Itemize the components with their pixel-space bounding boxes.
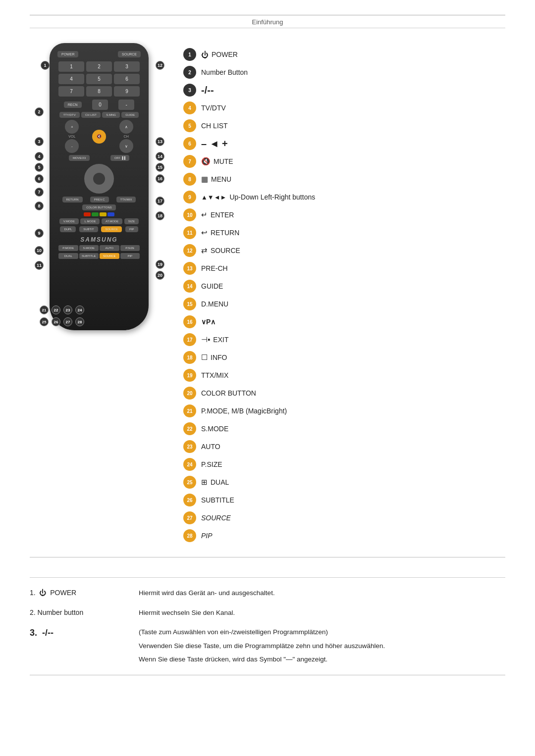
power-top-btn[interactable]: POWER <box>57 51 78 57</box>
smng-btn[interactable]: S.MNG <box>102 112 120 118</box>
num-btn-4[interactable]: 4 <box>58 74 84 84</box>
off-btn[interactable]: OFF ▐▐ <box>110 155 129 161</box>
label-row-20: 20 COLOR BUTTON <box>183 387 505 400</box>
color-dot-yellow[interactable] <box>100 212 107 216</box>
num-btn-2[interactable]: 2 <box>86 61 112 72</box>
badge-2: 2 <box>35 107 44 116</box>
label-text-10: ENTER <box>211 211 234 219</box>
num-btn-9[interactable]: 9 <box>114 86 140 97</box>
label-row-1: 1 ⏻ POWER <box>183 48 505 61</box>
source-icon: ⇄ <box>201 246 208 255</box>
psize-btn[interactable]: P.SIZE <box>120 245 140 251</box>
recn-btn[interactable]: RECN <box>64 101 82 108</box>
dupl-btn[interactable]: DUPL <box>60 226 76 232</box>
arrow-icons: ▲▼◄► <box>201 194 226 201</box>
vmode-btn[interactable]: V.MODE <box>59 218 79 224</box>
prev-btn[interactable]: PREV.C <box>90 197 109 202</box>
badge-11: 11 <box>35 261 44 270</box>
vol-dn-btn[interactable]: - <box>65 139 79 153</box>
label-text-12: SOURCE <box>211 247 240 254</box>
color-dot-red[interactable] <box>84 212 91 216</box>
badge-18: 18 <box>156 211 164 220</box>
desc-text-3b: Verwenden Sie diese Taste, um die Progra… <box>139 641 505 652</box>
subtit-btn[interactable]: SUBTIT <box>79 226 98 232</box>
label-row-12: 12 ⇄ SOURCE <box>183 244 505 257</box>
num-btn-5[interactable]: 5 <box>86 74 112 84</box>
label-row-22: 22 S.MODE <box>183 422 505 435</box>
move23-btn[interactable]: MOVE/23 <box>69 155 90 161</box>
desc-left-3: 3. -/-- <box>30 627 129 665</box>
samsung-brand: SAMSUNG <box>55 236 143 243</box>
remote-recn-row: RECN 0 - <box>55 100 143 110</box>
label-row-27: 27 SOURCE <box>183 511 505 524</box>
label-num-28: 28 <box>183 529 196 542</box>
label-text-27: SOURCE <box>201 514 231 522</box>
mute-btn[interactable]: 🔇 <box>92 130 106 144</box>
label-num-26: 26 <box>183 494 196 506</box>
num-btn-1[interactable]: 1 <box>58 61 84 72</box>
dual-btn[interactable]: DUAL <box>58 253 78 259</box>
remote-bottom-grid1: P.MODE S.MODE AUTO P.SIZE <box>58 245 140 251</box>
descriptions: 1. ⏻ POWER Hiermit wird das Gerät an- un… <box>30 577 505 665</box>
desc-left-1: 1. ⏻ POWER <box>30 588 129 599</box>
badge-16: 16 <box>156 174 164 183</box>
ttxmix-btn[interactable]: TTX/MIX <box>116 197 136 202</box>
color-dot-blue[interactable] <box>107 212 114 216</box>
lmode-btn[interactable]: L.MODE <box>80 218 100 224</box>
label-row-28: 28 PIP <box>183 529 505 542</box>
chlist-btn[interactable]: CH LIST <box>81 112 101 118</box>
ttydtv-btn[interactable]: TTY/DTV <box>59 112 80 118</box>
badge-4: 4 <box>35 152 44 161</box>
label-row-9: 9 ▲▼◄► Up-Down Left-Right buttons <box>183 191 505 203</box>
badge-9: 9 <box>35 229 44 238</box>
size-btn[interactable]: SIZE <box>124 218 139 224</box>
num-btn-dash[interactable]: - <box>118 100 134 110</box>
label-row-7: 7 🔇 MUTE <box>183 155 505 168</box>
pip-last-btn[interactable]: PIP <box>120 253 140 259</box>
label-row-13: 13 PRE-CH <box>183 262 505 275</box>
label-num-13: 13 <box>183 262 196 275</box>
source-top-btn[interactable]: SOURCE <box>118 51 141 57</box>
pip-btm-btn[interactable]: PIP <box>125 226 138 232</box>
dual-icon: ⊞ <box>201 478 208 487</box>
label-row-17: 17 ⊣▪ EXIT <box>183 333 505 346</box>
remote-vol-row: + VOL - 🔇 ∧ CH ∨ <box>55 120 143 153</box>
subtitle-btm-btn[interactable]: SUBTITLE <box>79 253 99 259</box>
num-btn-3[interactable]: 3 <box>114 61 140 72</box>
atmode-btn[interactable]: AT.MODE <box>102 218 122 224</box>
badge-14: 14 <box>156 152 164 161</box>
desc-row-3: 3. -/-- (Taste zum Auswählen von ein-/zw… <box>30 627 505 665</box>
ch-up-btn[interactable]: ∧ <box>119 120 133 134</box>
ch-dn-btn[interactable]: ∨ <box>119 139 133 153</box>
label-num-16: 16 <box>183 315 196 328</box>
desc-text-1: Hiermit wird das Gerät an- und ausgescha… <box>139 589 275 597</box>
badge-10: 10 <box>35 246 44 255</box>
page-container: Einführung POWER SOURCE 1 2 3 4 5 6 7 <box>0 0 535 705</box>
num-btn-0[interactable]: 0 <box>92 100 108 110</box>
label-num-17: 17 <box>183 333 196 346</box>
num-btn-8[interactable]: 8 <box>86 86 112 97</box>
label-num-19: 19 <box>183 369 196 382</box>
source-btm-btn[interactable]: SOURCE <box>101 226 122 232</box>
colorbtn-left[interactable]: COLOR BUTTONS <box>82 204 116 210</box>
label-num-9: 9 <box>183 191 196 203</box>
pmode-btn[interactable]: P.MODE <box>58 245 78 251</box>
badge-1: 1 <box>41 61 50 70</box>
remote-color-sec: COLOR BUTTONS <box>58 204 140 210</box>
guide-btn[interactable]: GUIDE <box>121 112 139 118</box>
remote-nav-inner[interactable] <box>93 173 105 185</box>
num-btn-6[interactable]: 6 <box>114 74 140 84</box>
label-row-25: 25 ⊞ DUAL <box>183 476 505 489</box>
label-text-9: Up-Down Left-Right buttons <box>229 193 315 201</box>
num-btn-7[interactable]: 7 <box>58 86 84 97</box>
remote-top-section: POWER SOURCE <box>55 51 143 57</box>
source-last-btn[interactable]: SOURCE <box>100 253 119 259</box>
vol-up-btn[interactable]: + <box>65 120 79 134</box>
label-num-3: 3 <box>183 84 196 97</box>
label-num-20: 20 <box>183 387 196 400</box>
smode-btn[interactable]: S.MODE <box>79 245 99 251</box>
auto-btn[interactable]: AUTO <box>100 245 119 251</box>
return-btn2[interactable]: RETURN <box>62 197 83 202</box>
desc-label-3: 3. -/-- <box>30 628 54 638</box>
color-dot-green[interactable] <box>92 212 99 216</box>
